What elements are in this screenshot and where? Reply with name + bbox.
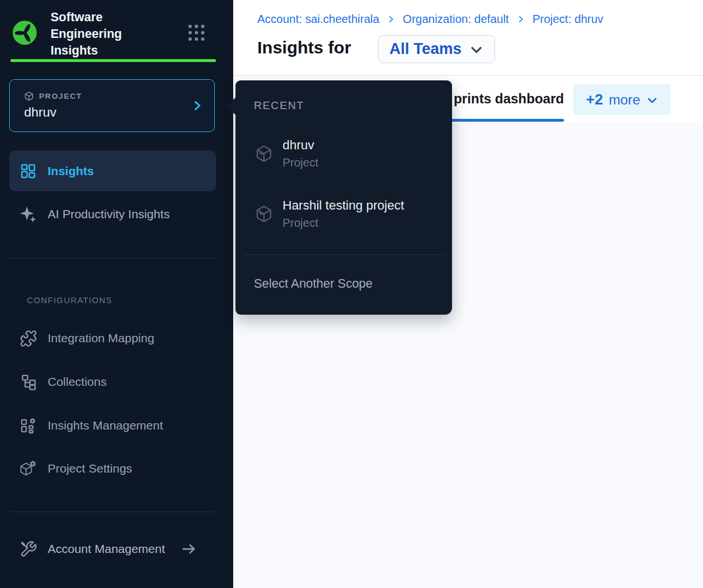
scope-item-dhruv[interactable]: dhruv Project <box>245 133 443 173</box>
sidebar-item-integration-mapping[interactable]: Integration Mapping <box>9 326 216 351</box>
sidebar-item-label: Account Management <box>48 542 165 556</box>
puzzle-icon <box>18 330 38 347</box>
select-another-scope-button[interactable]: Select Another Scope <box>235 268 452 300</box>
sidebar-item-collections[interactable]: Collections <box>9 369 216 394</box>
package-cube-icon <box>255 205 273 223</box>
team-selector-value: All Teams <box>389 40 462 58</box>
sparkles-icon <box>18 204 38 224</box>
chevron-down-icon <box>469 43 484 57</box>
configurations-section-header: CONFIGURATIONS <box>27 296 112 305</box>
recent-section-header: RECENT <box>254 99 304 112</box>
chevron-down-icon <box>646 95 658 107</box>
chevron-right-icon <box>191 99 203 112</box>
team-selector-button[interactable]: All Teams <box>378 35 495 63</box>
sidebar-item-project-settings[interactable]: Project Settings <box>9 456 216 481</box>
sidebar-item-label: Integration Mapping <box>48 331 154 345</box>
package-cube-icon <box>255 145 273 163</box>
apps-grid-icon[interactable] <box>188 25 206 42</box>
more-tabs-button[interactable]: +2 more <box>573 84 671 115</box>
panel-divider <box>244 254 446 255</box>
app-title: Software Engineering Insights <box>51 9 148 59</box>
sidebar: Software Engineering Insights PROJECT dh… <box>0 0 233 588</box>
breadcrumb-organization-link[interactable]: Organization: default <box>403 13 509 26</box>
project-label: PROJECT <box>39 92 82 100</box>
page-title: Insights for <box>257 38 351 57</box>
tiles-gear-icon <box>18 417 38 435</box>
sidebar-divider <box>10 258 215 258</box>
sidebar-item-label: Insights Management <box>48 419 163 432</box>
sidebar-item-insights[interactable]: Insights <box>9 150 216 191</box>
tab-active-dashboard[interactable]: prints dashboard <box>454 91 564 107</box>
breadcrumb-project-link[interactable]: Project: dhruv <box>532 13 603 26</box>
main-area: Account: sai.cheethirala Organization: d… <box>233 0 703 588</box>
chevron-right-icon <box>516 15 525 24</box>
scope-item-name: Harshil testing project <box>283 199 404 212</box>
sidebar-item-insights-management[interactable]: Insights Management <box>9 413 216 438</box>
chevron-right-icon <box>387 15 395 24</box>
sidebar-item-account-management[interactable]: Account Management <box>9 536 216 562</box>
arrow-right-icon <box>180 540 198 558</box>
scope-item-type: Project <box>283 156 318 169</box>
breadcrumb-account-link[interactable]: Account: sai.cheethirala <box>257 13 379 26</box>
sidebar-item-ai-productivity-insights[interactable]: AI Productivity Insights <box>9 199 216 230</box>
more-tabs-count: +2 <box>586 91 603 109</box>
scope-dropdown-panel: RECENT dhruv Project <box>235 80 452 315</box>
hierarchy-tree-icon <box>18 373 38 391</box>
more-tabs-label: more <box>609 92 640 108</box>
project-scope-selector[interactable]: PROJECT dhruv <box>9 79 215 132</box>
header-accent-rule <box>10 59 216 62</box>
sidebar-item-label: Collections <box>48 375 107 389</box>
sidebar-item-label: Project Settings <box>48 462 132 475</box>
crossed-tools-icon <box>18 540 38 558</box>
scope-item-harshil-testing-project[interactable]: Harshil testing project Project <box>245 194 443 234</box>
scope-item-type: Project <box>283 216 404 229</box>
breadcrumb: Account: sai.cheethirala Organization: d… <box>257 13 603 26</box>
project-name: dhruv <box>24 105 56 120</box>
sidebar-item-label: Insights <box>48 164 94 178</box>
scope-item-name: dhruv <box>283 138 318 152</box>
panel-pointer-arrow <box>226 98 235 115</box>
dashboard-tiles-icon <box>18 163 38 180</box>
sidebar-item-label: AI Productivity Insights <box>48 207 169 221</box>
cube-gear-icon <box>18 460 38 478</box>
package-cube-icon <box>24 91 34 101</box>
sidebar-divider <box>10 512 215 512</box>
app-logo-icon <box>13 21 37 45</box>
